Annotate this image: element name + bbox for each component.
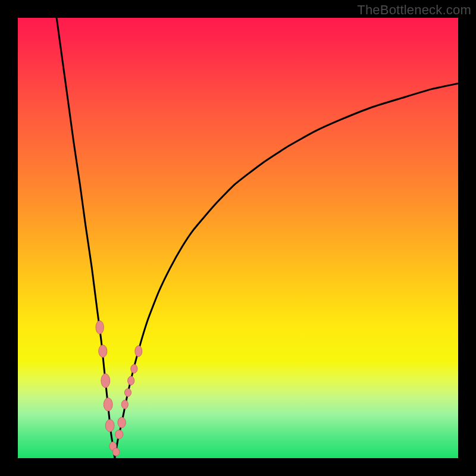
highlight-marker <box>124 389 131 396</box>
highlight-markers <box>96 321 142 456</box>
highlight-marker <box>118 417 126 428</box>
plot-svg <box>18 18 458 458</box>
highlight-marker <box>105 419 114 432</box>
highlight-marker <box>101 374 110 388</box>
highlight-marker <box>99 345 107 358</box>
chart-frame: TheBottleneck.com <box>0 0 476 476</box>
highlight-marker <box>128 376 134 385</box>
watermark-text: TheBottleneck.com <box>357 2 471 18</box>
curve-left-branch <box>57 18 115 458</box>
highlight-marker <box>96 321 104 334</box>
highlight-marker <box>104 398 112 411</box>
curve-right-branch <box>115 83 458 458</box>
highlight-marker <box>121 400 128 409</box>
highlight-marker <box>112 448 120 456</box>
highlight-marker <box>115 430 123 439</box>
highlight-marker <box>131 364 137 373</box>
plot-gradient-background <box>18 18 458 458</box>
highlight-marker <box>135 346 142 357</box>
